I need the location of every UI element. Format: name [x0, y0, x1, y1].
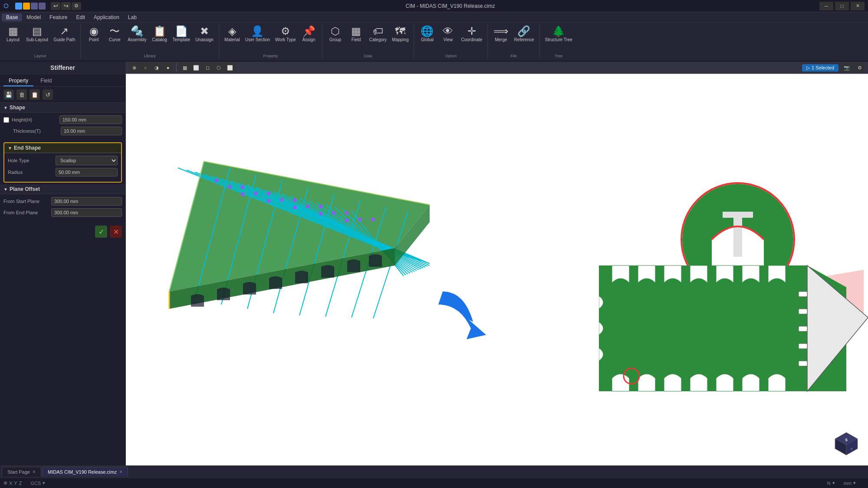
tab-close-btn[interactable]: × — [33, 469, 36, 475]
end-shape-section-header[interactable]: ▼ End Shape — [4, 143, 121, 153]
svg-rect-41 — [306, 205, 309, 208]
toolbar-btn-coordinate[interactable]: ✛Coordinate — [458, 24, 485, 44]
restore-btn[interactable]: □ — [835, 2, 849, 10]
menubar-item-feature[interactable]: Feature — [45, 13, 72, 21]
refresh-panel-btn[interactable]: ↺ — [43, 89, 53, 100]
toolbar-btn-curve[interactable]: 〜Curve — [104, 24, 125, 44]
viewport-tools-left: ⊕ ○ ◑ ● ▦ ⬜ ◻ ⬡ ⬜ — [129, 63, 235, 72]
tb-icon-reference: 🔗 — [517, 26, 530, 36]
copy-panel-btn[interactable]: 📋 — [30, 89, 40, 100]
toolbar-btn-catalog[interactable]: 📋Catalog — [149, 24, 170, 44]
delete-panel-btn[interactable]: 🗑 — [16, 89, 27, 100]
status-x: X — [9, 481, 12, 486]
shape-section-header[interactable]: ▼ Shape — [0, 103, 125, 113]
toolbar-btn-assign[interactable]: 📌Assign — [299, 24, 319, 44]
tab-close-btn[interactable]: × — [119, 469, 122, 475]
vp-tool-2[interactable]: ○ — [141, 63, 150, 72]
vp-tool-6[interactable]: ⬜ — [191, 63, 201, 72]
redo-btn[interactable]: ↪ — [61, 2, 71, 10]
hole-type-select[interactable]: Scallop Round None — [56, 156, 117, 165]
vp-tool-7[interactable]: ◻ — [203, 63, 212, 72]
hole-type-select-wrapper[interactable]: Scallop Round None — [56, 156, 118, 165]
menubar-item-model[interactable]: Model — [22, 13, 45, 21]
svg-rect-45 — [267, 199, 270, 203]
status-y: Y — [14, 481, 17, 486]
end-plane-value[interactable]: 300.00 mm — [51, 208, 122, 217]
toolbar-btn-user-section[interactable]: 👤User Section — [243, 24, 273, 44]
tab-property[interactable]: Property — [3, 76, 33, 86]
minimize-btn[interactable]: ─ — [819, 2, 833, 10]
shape-chevron: ▼ — [3, 105, 8, 110]
status-gcs: GCS ▾ — [30, 480, 45, 486]
tb-icon-point: ◉ — [89, 26, 99, 36]
vp-settings-btn[interactable]: ⚙ — [855, 63, 865, 72]
app-logo: ⬡ — [3, 3, 8, 9]
radius-value[interactable]: 50.00 mm — [56, 168, 118, 177]
options-btn[interactable]: ⚙ — [72, 2, 81, 10]
tb-icon-structure-tree: 🌲 — [552, 26, 565, 36]
tab-field[interactable]: Field — [35, 76, 57, 86]
vp-tool-3[interactable]: ◑ — [152, 63, 161, 72]
plane-offset-section: ▼ Plane Offset From Start Plane 300.00 m… — [0, 184, 125, 222]
menubar-item-edit[interactable]: Edit — [72, 13, 89, 21]
toolbar-btn-field[interactable]: ▦Field — [346, 24, 367, 44]
toolbar-btn-template[interactable]: 📄Template — [170, 24, 193, 44]
toolbar-btn-view[interactable]: 👁View — [437, 24, 458, 44]
vp-tool-8[interactable]: ⬡ — [214, 63, 224, 72]
tb-icon-global: 🌐 — [421, 26, 434, 36]
tab-start-page[interactable]: Start Page× — [2, 467, 41, 477]
tab-midas-cim_v190-release.cimz[interactable]: MIDAS CIM_V190 Release.cimz× — [42, 467, 128, 477]
tb-icon-template: 📄 — [175, 26, 188, 36]
panel-title: Stiffener — [0, 62, 125, 74]
thickness-value[interactable]: 10.00 mm — [61, 127, 122, 135]
toolbar-group-property: ◈Material👤User Section⚙Work Type📌AssignP… — [219, 24, 322, 59]
toolbar-btn-layout[interactable]: ▦Layout — [3, 24, 23, 44]
toolbar-btn-global[interactable]: 🌐Global — [417, 24, 437, 44]
svg-rect-33 — [267, 192, 270, 195]
vp-tool-5[interactable]: ▦ — [180, 63, 190, 72]
confirm-cancel-btn[interactable]: ✕ — [110, 226, 122, 238]
toolbar-btn-group[interactable]: ⬡Group — [325, 24, 346, 44]
plane-offset-header[interactable]: ▼ Plane Offset — [0, 184, 125, 194]
toolbar-btn-mapping[interactable]: 🗺Mapping — [389, 24, 411, 44]
toolbar-btn-structure-tree[interactable]: 🌲Structure Tree — [542, 24, 575, 44]
close-btn[interactable]: ✕ — [851, 2, 865, 10]
menubar-item-base[interactable]: Base — [2, 13, 22, 21]
svg-rect-42 — [332, 211, 335, 215]
confirm-ok-btn[interactable]: ✓ — [95, 226, 107, 238]
ship-model-3d — [135, 83, 430, 322]
vp-tool-1[interactable]: ⊕ — [129, 63, 139, 72]
toolbar-btn-point[interactable]: ◉Point — [83, 24, 104, 44]
toolbar-btn-guide-path[interactable]: ↗Guide Path — [51, 24, 78, 44]
thickness-label: Thickness(T) — [13, 128, 61, 134]
toolbar-btn-assembly[interactable]: 🔩Assembly — [125, 24, 149, 44]
tb-icon-group: ⬡ — [331, 26, 340, 36]
menubar-item-lab[interactable]: Lab — [124, 13, 141, 21]
menubar-item-application[interactable]: Application — [89, 13, 124, 21]
height-checkbox[interactable] — [3, 117, 9, 123]
toolbar-btn-sub-layout[interactable]: ▤Sub-Layout — [23, 24, 51, 44]
height-row: Height(H) 150.00 mm — [3, 115, 122, 124]
toolbar-btn-material[interactable]: ◈Material — [222, 24, 243, 44]
toolbar-btn-merge[interactable]: ⟹Merge — [490, 24, 511, 44]
vp-camera-btn[interactable]: 📷 — [842, 63, 852, 72]
radius-label: Radius — [8, 170, 56, 175]
hole-type-label: Hole Type — [8, 158, 56, 163]
model-canvas[interactable]: S F — [126, 75, 868, 465]
start-plane-value[interactable]: 300.00 mm — [51, 197, 122, 206]
tb-icon-category: 🏷 — [373, 26, 383, 36]
toolbar-btn-work-type[interactable]: ⚙Work Type — [273, 24, 298, 44]
height-value[interactable]: 150.00 mm — [59, 115, 122, 124]
vp-tool-9[interactable]: ⬜ — [225, 63, 235, 72]
toolbar-btn-reference[interactable]: 🔗Reference — [511, 24, 536, 44]
toolbar-group-label-layout: Layout — [0, 54, 80, 58]
status-coords: ⊕ X Y Z — [3, 480, 22, 486]
toolbar-btn-category[interactable]: 🏷Category — [367, 24, 390, 44]
undo-btn[interactable]: ↩ — [51, 2, 60, 10]
vp-tool-4[interactable]: ● — [163, 63, 173, 72]
shape-section: ▼ Shape Height(H) 150.00 mm Thickness(T)… — [0, 103, 125, 141]
save-panel-btn[interactable]: 💾 — [3, 89, 14, 100]
tab-label: MIDAS CIM_V190 Release.cimz — [48, 469, 117, 475]
shape-label: Shape — [10, 105, 25, 111]
toolbar-btn-unassign[interactable]: ✖Unassign — [193, 24, 216, 44]
